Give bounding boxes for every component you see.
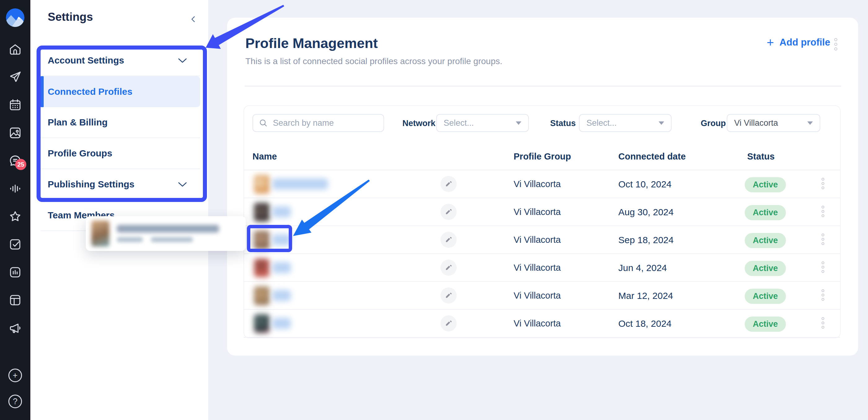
nav-item-publishing-settings[interactable]: Publishing Settings [40, 169, 200, 200]
nav-item-profile-groups[interactable]: Profile Groups [40, 138, 200, 169]
edit-profile-button[interactable] [440, 204, 457, 220]
tasks-check-icon[interactable] [8, 237, 22, 251]
status-badge: Active [745, 289, 786, 304]
network-select[interactable]: Select... [436, 114, 529, 132]
profile-name-redacted [272, 318, 291, 329]
table-row[interactable]: Vi Villacorta Jun 4, 2024 Active [244, 254, 840, 282]
page-menu-kebab[interactable] [834, 38, 837, 51]
profile-avatar [254, 259, 270, 277]
status-badge: Active [745, 177, 786, 192]
profile-name-redacted [272, 206, 291, 218]
page-subtitle: This is a list of connected social profi… [245, 56, 502, 66]
boards-layout-icon[interactable] [8, 293, 22, 307]
network-select-value: Select... [443, 118, 474, 128]
settings-title: Settings [48, 10, 93, 24]
edit-profile-button[interactable] [440, 260, 457, 276]
edit-profile-button[interactable] [440, 176, 457, 192]
add-button[interactable]: + [8, 368, 22, 382]
profile-name-redacted [272, 179, 328, 190]
nav-item-connected-profiles[interactable]: Connected Profiles [40, 76, 200, 107]
profile-management-card: Profile Management This is a list of con… [227, 18, 858, 356]
profile-hover-card [86, 216, 246, 251]
nav-item-label: Profile Groups [48, 148, 112, 159]
add-profile-button[interactable]: + Add profile [767, 36, 830, 49]
profile-group-cell: Vi Villacorta [514, 235, 561, 245]
app-sidebar: 25 + ? [0, 0, 30, 420]
calendar-icon[interactable] [8, 98, 22, 112]
search-input[interactable] [272, 118, 378, 128]
profile-avatar [254, 203, 270, 222]
status-badge: Active [745, 233, 786, 248]
add-profile-label: Add profile [779, 37, 830, 48]
search-box[interactable] [252, 114, 384, 132]
settings-sidebar: Settings Account Settings Connected Prof… [30, 0, 208, 420]
profile-name-redacted [272, 234, 291, 245]
plus-icon: + [767, 36, 774, 49]
chevron-down-icon [178, 182, 187, 187]
table-row[interactable]: Vi Villacorta Sep 18, 2024 Active [244, 226, 840, 254]
nav-item-label: Publishing Settings [48, 179, 134, 190]
group-filter-label: Group [701, 119, 726, 128]
status-badge: Active [745, 317, 786, 332]
pencil-icon [445, 236, 453, 244]
row-menu-kebab[interactable] [822, 289, 824, 301]
analytics-icon[interactable] [8, 265, 22, 279]
caret-down-icon [807, 121, 813, 125]
help-button[interactable]: ? [8, 395, 22, 408]
pencil-icon [445, 292, 453, 299]
row-menu-kebab[interactable] [822, 178, 824, 189]
row-menu-kebab[interactable] [822, 233, 824, 245]
publish-send-icon[interactable] [8, 70, 22, 84]
hover-card-text-redacted [117, 225, 219, 242]
col-header-status: Status [747, 152, 775, 162]
connected-date-cell: Oct 10, 2024 [618, 179, 672, 190]
favorites-star-icon[interactable] [8, 210, 22, 223]
col-header-connected-date: Connected date [618, 152, 686, 162]
pencil-icon [445, 180, 453, 188]
connected-date-cell: Jun 4, 2024 [618, 263, 667, 273]
pencil-icon [445, 264, 453, 272]
group-select-value: Vi Villacorta [734, 118, 778, 128]
voice-waveform-icon[interactable] [8, 182, 22, 195]
status-select[interactable]: Select... [579, 114, 672, 132]
edit-profile-button[interactable] [440, 232, 457, 248]
nav-item-account-settings[interactable]: Account Settings [40, 45, 200, 76]
profile-name-redacted [272, 290, 291, 301]
header-divider [245, 86, 841, 87]
row-menu-kebab[interactable] [822, 261, 824, 273]
connected-date-cell: Oct 18, 2024 [618, 318, 672, 329]
nav-item-label: Account Settings [48, 55, 124, 66]
profile-group-cell: Vi Villacorta [514, 179, 561, 189]
caret-down-icon [659, 121, 664, 125]
media-library-icon[interactable] [8, 126, 22, 140]
nav-item-label: Connected Profiles [48, 87, 132, 97]
profile-group-cell: Vi Villacorta [514, 291, 561, 301]
status-badge: Active [745, 261, 786, 276]
status-badge: Active [745, 205, 786, 220]
pencil-icon [445, 208, 453, 216]
group-select[interactable]: Vi Villacorta [727, 114, 820, 132]
profile-avatar [254, 314, 270, 333]
table-row[interactable]: Vi Villacorta Aug 30, 2024 Active [244, 198, 840, 226]
profile-group-cell: Vi Villacorta [514, 263, 561, 273]
profile-group-cell: Vi Villacorta [514, 207, 561, 217]
table-row[interactable]: Vi Villacorta Oct 10, 2024 Active [244, 170, 840, 198]
inbox-unread-badge: 25 [15, 159, 26, 170]
home-icon[interactable] [8, 42, 22, 56]
table-row[interactable]: Vi Villacorta Mar 12, 2024 Active [244, 282, 840, 310]
nav-item-plan-billing[interactable]: Plan & Billing [40, 107, 200, 138]
row-menu-kebab[interactable] [822, 206, 824, 217]
connected-date-cell: Mar 12, 2024 [618, 291, 673, 301]
collapse-panel-button[interactable] [189, 15, 198, 24]
edit-profile-button[interactable] [440, 287, 457, 303]
row-menu-kebab[interactable] [822, 317, 824, 329]
announcements-megaphone-icon[interactable] [8, 321, 22, 335]
inbox-icon[interactable]: 25 [8, 154, 22, 168]
profile-avatar [254, 287, 270, 305]
table-row[interactable]: Vi Villacorta Oct 18, 2024 Active [244, 310, 840, 337]
chevron-down-icon [178, 58, 187, 64]
app-logo-icon[interactable] [6, 8, 25, 27]
profile-name-redacted [272, 262, 291, 273]
status-select-value: Select... [586, 118, 617, 128]
edit-profile-button[interactable] [440, 315, 457, 331]
